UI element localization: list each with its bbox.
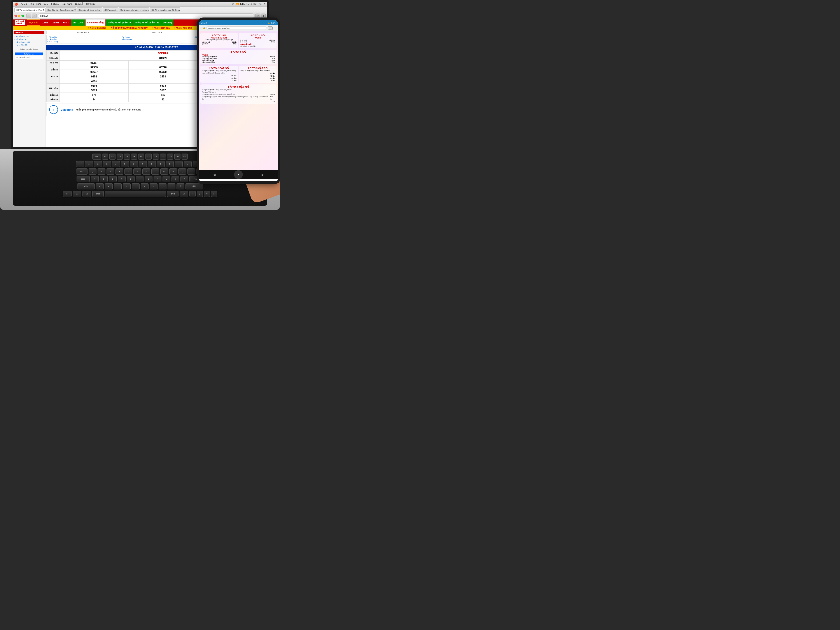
key-9[interactable]: 9 [157, 161, 165, 167]
tab-5[interactable]: Bộ Tài chính phối hợp Bộ Công... [150, 8, 180, 12]
key-v[interactable]: V [123, 183, 131, 189]
phone-home-icon[interactable]: ⌂ [201, 27, 202, 30]
key-u[interactable]: U [142, 169, 150, 175]
phone-url-field[interactable]: xosothudo.com.vn/xstd/loai- [206, 27, 267, 30]
menu-view[interactable]: Xem [44, 3, 49, 5]
maximize-button[interactable] [21, 15, 24, 17]
key-t[interactable]: T [125, 169, 133, 175]
key-fn[interactable]: fn [63, 191, 71, 197]
nav-thongke2[interactable]: Thống kê kết quả 0 - 99 [133, 19, 161, 25]
key-f6[interactable]: F6 [138, 153, 144, 160]
sidebar-max4d[interactable]: » Xổ số Max 4D [14, 38, 44, 41]
link-khanh-hoa[interactable]: • Khánh Hòa [121, 38, 192, 41]
key-f7[interactable]: F7 [145, 153, 152, 160]
tab-4[interactable]: Xử lý nghi...các hành vi vi phạm [118, 8, 149, 12]
ad-submit-btn[interactable]: Gửi phản hồi [15, 52, 43, 55]
forward-button[interactable]: › [32, 14, 36, 18]
menu-safari[interactable]: Safari [21, 3, 27, 5]
tab-0[interactable]: Bộ Tài chính kính gửi anh/chị T... [14, 8, 45, 12]
key-8[interactable]: 8 [148, 161, 156, 167]
key-f5[interactable]: F5 [131, 153, 137, 160]
key-j[interactable]: J [145, 176, 153, 182]
key-a[interactable]: A [91, 176, 99, 182]
nav-xsmb[interactable]: XSMB [41, 19, 50, 25]
phone-home-btn[interactable]: ● [234, 170, 243, 179]
key-comma[interactable]: , [159, 183, 166, 189]
key-f9[interactable]: F9 [160, 153, 166, 160]
key-alt[interactable]: alt [82, 191, 91, 197]
key-z[interactable]: Z [96, 183, 104, 189]
key-lbracket[interactable]: [ [178, 169, 186, 175]
apple-icon[interactable]: 🍎 [14, 2, 18, 6]
key-equals[interactable]: = [184, 161, 192, 167]
key-backtick[interactable]: ` [76, 161, 84, 167]
key-m[interactable]: M [150, 183, 158, 189]
link-dong-nai[interactable]: • Đồng Nai [47, 36, 119, 38]
key-7[interactable]: 7 [139, 161, 147, 167]
key-period[interactable]: . [167, 183, 175, 189]
key-f3[interactable]: F3 [117, 153, 123, 160]
menu-bookmarks[interactable]: Dấu trang [62, 3, 73, 5]
key-left[interactable]: ◄ [189, 191, 196, 197]
key-shift-right[interactable]: shift [185, 183, 203, 189]
key-e[interactable]: E [107, 169, 114, 175]
search-icon[interactable]: 🔍 [259, 3, 262, 5]
key-shift-left[interactable]: shift [77, 183, 95, 189]
key-4[interactable]: 4 [112, 161, 120, 167]
key-f8[interactable]: F8 [153, 153, 159, 160]
key-f1[interactable]: F1 [102, 153, 108, 160]
key-2[interactable]: 2 [94, 161, 102, 167]
key-cmd-left[interactable]: cmd [92, 191, 104, 197]
key-k[interactable]: K [153, 176, 161, 182]
link-da-nang[interactable]: • Đà Nẵng [121, 36, 192, 38]
key-esc[interactable]: esc [92, 153, 101, 160]
key-tab[interactable]: tab [76, 169, 87, 175]
key-i[interactable]: I [152, 169, 159, 175]
key-b[interactable]: B [132, 183, 140, 189]
ad-search-input[interactable] [15, 56, 43, 59]
key-3[interactable]: 3 [103, 161, 111, 167]
key-slash[interactable]: / [177, 183, 185, 189]
key-f[interactable]: F [118, 176, 126, 182]
key-space[interactable] [105, 191, 166, 197]
key-5[interactable]: 5 [121, 161, 129, 167]
sidebar-max3d[interactable]: » Xổ số Max 3D [14, 44, 44, 46]
phone-tabs-icon[interactable]: ⬜ [268, 27, 273, 30]
nav-thongke1[interactable]: Thống kê kết quả 0 - 9 [106, 19, 133, 25]
key-f11[interactable]: F11 [174, 153, 180, 160]
tab-2[interactable]: Biên tập nội dung tin bài [77, 8, 102, 12]
key-right[interactable]: ► [211, 191, 217, 197]
key-s[interactable]: S [100, 176, 107, 182]
key-ctrl[interactable]: ctrl [73, 191, 81, 197]
key-o[interactable]: O [160, 169, 168, 175]
menu-history[interactable]: Lịch sử [51, 3, 59, 5]
link-can-tho[interactable]: • Cần Thơ [47, 38, 119, 41]
key-minus[interactable]: - [175, 161, 183, 167]
key-1[interactable]: 1 [85, 161, 93, 167]
key-alt-right[interactable]: alt [180, 191, 188, 197]
key-quote[interactable]: ' [180, 176, 188, 182]
key-semicolon[interactable]: ; [172, 176, 179, 182]
key-h[interactable]: H [136, 176, 144, 182]
key-r[interactable]: R [115, 169, 123, 175]
phone-recent-btn[interactable]: ▷ [259, 171, 266, 178]
key-6[interactable]: 6 [130, 161, 138, 167]
key-f10[interactable]: F10 [167, 153, 173, 160]
minimize-button[interactable] [18, 15, 21, 17]
key-cmd-right[interactable]: cmd [167, 191, 178, 197]
nav-lich[interactable]: Lịch mở thưởng [85, 19, 106, 25]
reload-button[interactable]: ↺ [256, 14, 260, 18]
sub-xsmn[interactable]: » XSMN hôm qua [174, 27, 192, 29]
nav-xsmn[interactable]: XSMN [51, 19, 61, 25]
sidebar-power655[interactable]: » Xổ số Power 6/55 [14, 41, 44, 44]
key-d[interactable]: D [109, 176, 117, 182]
menu-file[interactable]: Tệp [30, 3, 34, 5]
notification-icon[interactable]: ☰ [264, 3, 265, 5]
key-down[interactable]: ▼ [204, 191, 210, 197]
phone-back-btn[interactable]: ◁ [211, 171, 218, 178]
key-0[interactable]: 0 [166, 161, 174, 167]
nav-dokq[interactable]: Dò kết q [161, 19, 174, 25]
share-button[interactable]: ⬆ [261, 14, 265, 18]
link-soc-trang[interactable]: • Sóc Trăng [47, 41, 119, 43]
key-f4[interactable]: F4 [124, 153, 130, 160]
